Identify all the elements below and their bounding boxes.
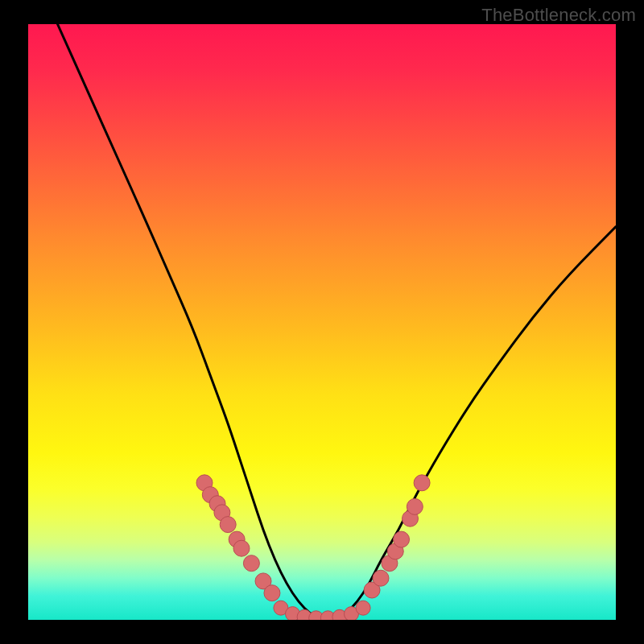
cluster-points-layer: [196, 475, 430, 620]
cluster-point: [243, 555, 259, 572]
cluster-point: [407, 498, 423, 514]
cluster-point: [394, 531, 410, 547]
plot-area: [28, 24, 616, 620]
watermark-text: TheBottleneck.com: [481, 5, 636, 26]
curve-layer: [58, 24, 617, 620]
cluster-point: [373, 570, 389, 586]
bottleneck-curve-svg: [28, 24, 616, 620]
cluster-point: [233, 540, 250, 556]
cluster-point: [220, 517, 236, 533]
cluster-point: [264, 585, 280, 601]
bottleneck-curve-path: [58, 24, 617, 620]
chart-frame: TheBottleneck.com: [0, 0, 644, 644]
cluster-point: [414, 475, 430, 491]
cluster-point: [356, 601, 370, 615]
